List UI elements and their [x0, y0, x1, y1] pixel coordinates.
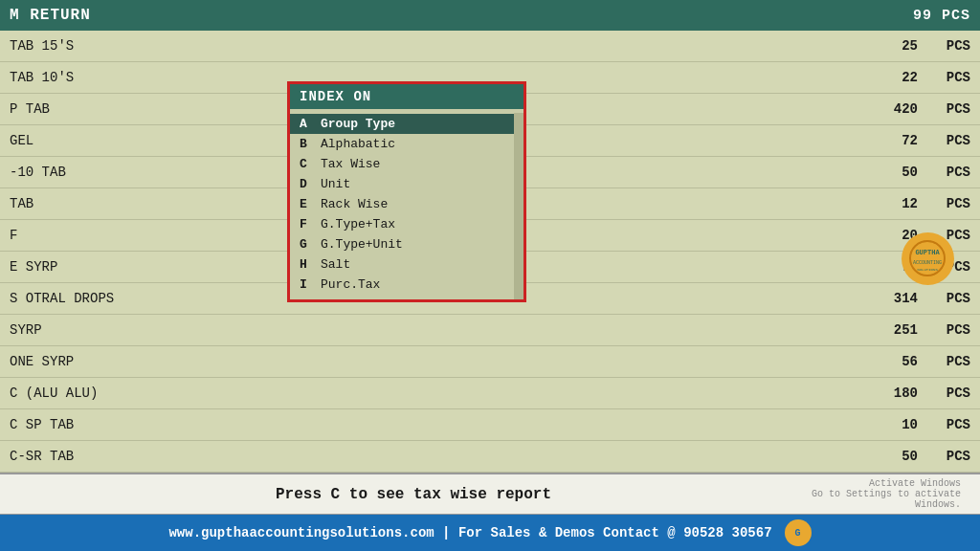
table-row: TAB 15'S25PCS [0, 31, 980, 62]
modal-item-key: F [300, 217, 317, 231]
modal-item[interactable]: DUnit [290, 174, 523, 194]
footer-text: www.gupthaaccountingsolutions.com | For … [168, 525, 771, 540]
modal-item[interactable]: GG.Type+Unit [290, 234, 523, 254]
row-unit: PCS [923, 322, 970, 338]
row-unit: PCS [923, 354, 970, 369]
modal-item-key: B [300, 137, 317, 151]
modal-item-label: Purc.Tax [321, 277, 380, 292]
header-title: M RETURN [10, 7, 91, 24]
row-unit: PCS [923, 70, 970, 85]
modal-item-key: H [300, 257, 317, 272]
svg-text:ACCOUNTING: ACCOUNTING [913, 260, 942, 266]
row-name: TAB 15'S [10, 38, 841, 54]
modal-item[interactable]: AGroup Type [290, 114, 523, 134]
row-qty: 420 [841, 101, 918, 117]
row-name: C-SR TAB [10, 449, 841, 464]
row-qty: 56 [841, 354, 918, 369]
modal-header: INDEX ON [290, 84, 523, 109]
footer-bar: www.gupthaaccountingsolutions.com | For … [0, 515, 980, 551]
row-unit: PCS [923, 165, 970, 180]
bottom-message-text: Press C to see tax wise report [19, 486, 808, 503]
modal-item-label: G.Type+Tax [321, 217, 395, 231]
row-unit: PCS [923, 196, 970, 211]
modal-item-key: A [300, 117, 317, 131]
header-qty-unit: 99 PCS [913, 8, 970, 24]
modal-item-key: I [300, 277, 317, 292]
modal-item-key: D [300, 177, 317, 191]
row-qty: 10 [841, 417, 918, 432]
modal-item-label: Unit [321, 177, 350, 191]
header-qty: 99 [913, 8, 932, 24]
row-name: ONE SYRP [10, 354, 841, 369]
modal-item-key: E [300, 197, 317, 211]
row-name: C (ALU ALU) [10, 386, 841, 401]
activate-windows-text: Activate Windows Go to Settings to activ… [808, 478, 961, 510]
modal-item[interactable]: HSalt [290, 254, 523, 275]
modal-item-label: Tax Wise [321, 157, 380, 171]
row-qty: 25 [841, 38, 918, 54]
modal-item[interactable]: FG.Type+Tax [290, 214, 523, 234]
bottom-message-bar: Press C to see tax wise report Activate … [0, 473, 980, 515]
row-unit: PCS [923, 38, 970, 54]
row-unit: PCS [923, 101, 970, 117]
modal-scrollbar[interactable] [514, 113, 523, 299]
row-qty: 251 [841, 322, 918, 338]
modal-item[interactable]: ERack Wise [290, 194, 523, 214]
modal-item-label: Rack Wise [321, 197, 388, 211]
svg-text:GUPTHA: GUPTHA [915, 249, 940, 256]
row-qty: 50 [841, 165, 918, 180]
row-name: SYRP [10, 322, 841, 338]
modal-items: AGroup TypeBAlphabaticCTax WiseDUnitERac… [290, 109, 523, 299]
row-qty: 12 [841, 196, 918, 211]
modal-item[interactable]: BAlphabatic [290, 134, 523, 154]
row-unit: PCS [923, 386, 970, 401]
table-row: C (ALU ALU)180PCS [0, 378, 980, 409]
modal-item-label: Group Type [321, 117, 395, 131]
row-qty: 72 [841, 133, 918, 148]
table-row: SYRP251PCS [0, 315, 980, 346]
modal-item-label: Alphabatic [321, 137, 395, 151]
row-qty: 180 [841, 386, 918, 401]
modal-item-label: G.Type+Unit [321, 237, 403, 252]
footer-logo: G [785, 519, 812, 546]
table-row: ONE SYRP56PCS [0, 346, 980, 378]
modal-item-key: G [300, 237, 317, 252]
modal-item[interactable]: CTax Wise [290, 154, 523, 174]
guptha-circle: GUPTHA ACCOUNTING SOLUTIONS [902, 232, 954, 285]
modal-item[interactable]: IPurc.Tax [290, 275, 523, 295]
top-header: M RETURN 99 PCS [0, 0, 980, 31]
row-name: C SP TAB [10, 417, 841, 432]
header-unit: PCS [942, 8, 970, 24]
row-qty: 50 [841, 449, 918, 464]
table-row: C SP TAB10PCS [0, 409, 980, 441]
index-on-modal: INDEX ON AGroup TypeBAlphabaticCTax Wise… [287, 81, 526, 302]
modal-item-label: Salt [321, 257, 350, 272]
row-unit: PCS [923, 417, 970, 432]
row-qty: 22 [841, 70, 918, 85]
svg-text:SOLUTIONS: SOLUTIONS [917, 268, 938, 272]
guptha-logo: GUPTHA ACCOUNTING SOLUTIONS [889, 220, 966, 297]
modal-item-key: C [300, 157, 317, 171]
row-unit: PCS [923, 133, 970, 148]
table-row: C-SR TAB50PCS [0, 441, 980, 473]
row-unit: PCS [923, 449, 970, 464]
